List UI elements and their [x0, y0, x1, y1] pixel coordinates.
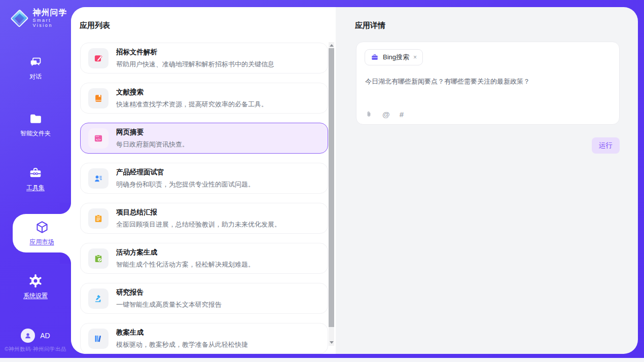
app-desc: 快速精准查找学术资源，提高研究效率的必备工具。: [116, 100, 268, 109]
app-desc: 帮助用户快速、准确地理解和解析招标书中的关键信息: [116, 60, 274, 69]
scrollbar-up-arrow[interactable]: [330, 44, 334, 47]
brand: 神州问学 Smart Vision: [0, 6, 71, 30]
sidebar-item-label: 系统设置: [23, 292, 48, 300]
mention-icon[interactable]: @: [382, 110, 390, 119]
app-card-research-report[interactable]: 研究报告 一键智能生成高质量长文本研究报告: [80, 283, 328, 314]
sidebar-item-toolset[interactable]: 工具集: [0, 166, 71, 192]
app-list-panel: 应用列表 招标文件解析 帮助用户快速、准确地理解和解析招标书中的关键信息: [71, 7, 336, 354]
books-icon: [88, 329, 109, 349]
app-name: 产品经理面试官: [116, 168, 255, 177]
app-card-bid-document-parse[interactable]: 招标文件解析 帮助用户快速、准确地理解和解析招标书中的关键信息: [80, 43, 328, 74]
app-name: 教案生成: [116, 328, 248, 337]
app-name: 项目总结汇报: [116, 208, 281, 217]
microscope-icon: [88, 288, 109, 309]
prompt-text[interactable]: 今日湖北有哪些新闻要点？有哪些需要关注的最新政策？: [365, 77, 609, 87]
sidebar-item-label: 智能文件夹: [20, 129, 51, 138]
app-desc: 明确身份和职责，为您提供专业性的面试问题。: [116, 180, 255, 189]
web-code-icon: </>: [88, 128, 109, 149]
app-shell: 神州问学 Smart Vision 对话 智能文件夹 工具集: [0, 0, 644, 358]
app-detail-title: 应用详情: [355, 21, 385, 30]
prompt-card[interactable]: Bing搜索 × 今日湖北有哪些新闻要点？有哪些需要关注的最新政策？ @ #: [356, 42, 620, 125]
hash-icon[interactable]: #: [400, 110, 404, 119]
sidebar-item-chat[interactable]: 对话: [0, 55, 71, 81]
app-card-project-summary[interactable]: 项目总结汇报 全面回顾项目进展，总结经验教训，助力未来优化发展。: [80, 203, 328, 234]
app-desc: 一键智能生成高质量长文本研究报告: [116, 300, 222, 309]
folder-icon: [28, 112, 43, 126]
user-initials: AD: [40, 332, 50, 340]
gear-icon: [28, 274, 43, 288]
sidebar: 神州问学 Smart Vision 对话 智能文件夹 工具集: [0, 0, 71, 358]
app-desc: 模板驱动，教案秒成，教学准备从此轻松快捷: [116, 340, 248, 349]
attachment-icon[interactable]: [365, 110, 373, 119]
tool-tag-label: Bing搜索: [383, 53, 409, 62]
app-card-web-summary[interactable]: </> 网页摘要 每日政府新闻资讯快查。: [80, 123, 328, 154]
app-list: 招标文件解析 帮助用户快速、准确地理解和解析招标书中的关键信息 文献搜索 快速精…: [80, 43, 328, 354]
run-button[interactable]: 运行: [592, 137, 620, 154]
sidebar-item-settings[interactable]: 系统设置: [0, 274, 71, 300]
svg-text:</>: </>: [96, 138, 101, 141]
chat-icon: [29, 55, 43, 69]
avatar: [21, 329, 35, 343]
brand-tagline: Smart Vision: [33, 18, 71, 28]
plan-check-icon: [88, 248, 109, 269]
toolbox-icon: [28, 166, 43, 180]
app-desc: 全面回顾项目进展，总结经验教训，助力未来优化发展。: [116, 220, 281, 229]
app-desc: 每日政府新闻资讯快查。: [116, 140, 189, 149]
cube-icon: [35, 220, 49, 234]
edit-document-icon: [88, 48, 109, 68]
sidebar-item-app-market[interactable]: 应用市场: [13, 214, 71, 252]
app-desc: 智能生成个性化活动方案，轻松解决规划难题。: [116, 260, 255, 269]
scrollbar-down-arrow[interactable]: [330, 341, 334, 344]
app-name: 招标文件解析: [116, 48, 274, 57]
prompt-toolbar: @ #: [365, 110, 404, 119]
brand-logo-icon: [10, 9, 28, 27]
close-icon[interactable]: ×: [413, 54, 417, 61]
sidebar-item-label: 应用市场: [30, 238, 54, 246]
user-account[interactable]: AD: [0, 329, 71, 343]
brand-name: 神州问学: [33, 9, 71, 17]
app-card-literature-search[interactable]: 文献搜索 快速精准查找学术资源，提高研究效率的必备工具。: [80, 83, 328, 114]
copyright-footer: ©神州数码·神州问学出品: [0, 346, 71, 353]
app-name: 研究报告: [116, 288, 222, 297]
interviewer-icon: [88, 168, 109, 189]
scrollbar-thumb[interactable]: [329, 48, 334, 327]
report-clipboard-icon: [88, 208, 109, 229]
app-card-pm-interviewer[interactable]: 产品经理面试官 明确身份和职责，为您提供专业性的面试问题。: [80, 163, 328, 194]
app-name: 活动方案生成: [116, 248, 255, 257]
app-card-event-plan[interactable]: 活动方案生成 智能生成个性化活动方案，轻松解决规划难题。: [80, 243, 328, 274]
sidebar-item-smart-folder[interactable]: 智能文件夹: [0, 112, 71, 138]
briefcase-icon: [371, 53, 379, 61]
app-name: 网页摘要: [116, 128, 189, 137]
book-icon: [88, 88, 109, 108]
app-list-title: 应用列表: [80, 21, 110, 30]
app-card-lesson-plan[interactable]: 教案生成 模板驱动，教案秒成，教学准备从此轻松快捷: [80, 323, 328, 354]
main-area: 应用列表 招标文件解析 帮助用户快速、准确地理解和解析招标书中的关键信息: [71, 7, 638, 354]
scrollbar[interactable]: [329, 42, 334, 346]
app-name: 文献搜索: [116, 88, 268, 97]
tool-tag-bing-search[interactable]: Bing搜索 ×: [365, 49, 423, 65]
app-detail-panel: 应用详情 Bing搜索 × 今日湖北有哪些新闻要点？有哪些需要关注的最新政策？ …: [336, 7, 638, 354]
sidebar-item-label: 工具集: [26, 184, 45, 192]
sidebar-item-label: 对话: [29, 73, 42, 81]
